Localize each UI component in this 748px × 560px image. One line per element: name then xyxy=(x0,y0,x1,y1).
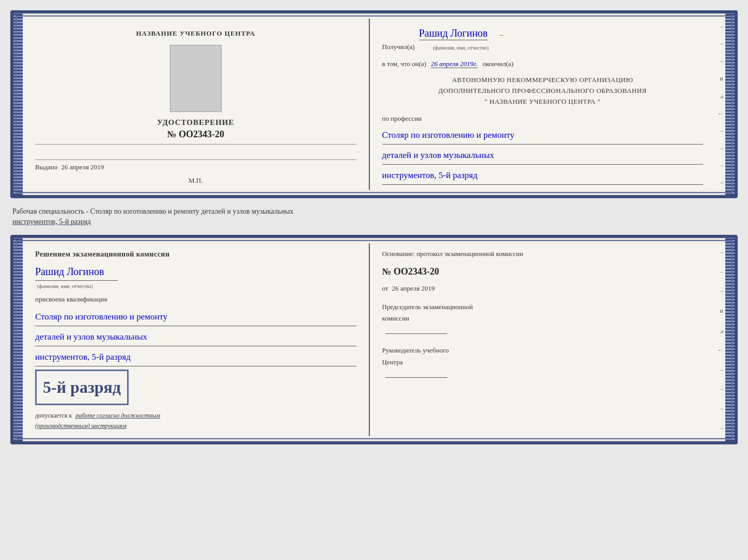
bottom-left-strip xyxy=(13,238,23,441)
center-head-label: Руководитель учебного Центра xyxy=(382,345,704,367)
recipient-line: Получил(а) Рашид Логинов – (фамилия, имя… xyxy=(382,24,704,53)
allowed-italic2: (производственным) инструкциям xyxy=(35,422,127,429)
profession-line3: инструментов, 5-й разряд xyxy=(382,167,704,185)
bottom-right-strip xyxy=(725,238,735,441)
org-line1: АВТОНОМНУЮ НЕКОММЕРЧЕСКУЮ ОРГАНИЗАЦИЮ xyxy=(382,75,704,86)
center-head-signature-line xyxy=(385,377,447,378)
bottom-cert-left-panel: Решением экзаменационной комиссии Рашид … xyxy=(23,238,369,441)
recipient-name-block: Рашид Логинов – (фамилия, имя, отчество) xyxy=(419,24,503,53)
allowed-text1: допускается к xyxy=(35,412,72,419)
specialty-main-text: Рабочая специальность - Столяр по изгото… xyxy=(12,207,293,215)
bot-profession-line1: Столяр по изготовлению и ремонту xyxy=(35,308,356,326)
allowed-block: допускается к работе согласно должностны… xyxy=(35,410,356,431)
profession-line1: Столяр по изготовлению и ремонту xyxy=(382,126,704,145)
bot-profession-line3: инструментов, 5-й разряд xyxy=(35,348,356,366)
bot-profession-line2: деталей и узлов музыкальных xyxy=(35,328,356,346)
org-line2: ДОПОЛНИТЕЛЬНОГО ПРОФЕССИОНАЛЬНОГО ОБРАЗО… xyxy=(382,86,704,97)
fio-label-top: (фамилия, имя, отчество) xyxy=(419,43,503,53)
date-line: в том, что он(а) 26 апреля 2019г. окончи… xyxy=(382,58,704,70)
chairman-signature-line xyxy=(385,333,447,334)
mp-line: М.П. xyxy=(189,177,202,185)
bottom-certificate: Решением экзаменационной комиссии Рашид … xyxy=(10,235,738,444)
chairman-label: Председатель экзаменационной комиссии xyxy=(382,301,704,324)
top-certificate: НАЗВАНИЕ УЧЕБНОГО ЦЕНТРА УДОСТОВЕРЕНИЕ №… xyxy=(10,10,738,198)
left-decorative-strip xyxy=(13,13,23,195)
fio-label-bot: (фамилия, имя, отчество) xyxy=(37,282,356,291)
date-handwritten: 26 апреля 2019г. xyxy=(431,60,477,68)
specialty-text-block: Рабочая специальность - Столяр по изгото… xyxy=(10,202,738,231)
issued-date: 26 апреля 2019 xyxy=(61,163,104,171)
org-line3: " НАЗВАНИЕ УЧЕБНОГО ЦЕНТРА " xyxy=(382,97,704,107)
protocol-number: № OO2343-20 xyxy=(382,264,704,280)
page-wrapper: НАЗВАНИЕ УЧЕБНОГО ЦЕНТРА УДОСТОВЕРЕНИЕ №… xyxy=(10,10,738,444)
issued-label: Выдано xyxy=(35,163,57,171)
from-date-block: от 26 апреля 2019 xyxy=(382,283,704,294)
protocol-title: Основание: протокол экзаменационной коми… xyxy=(382,248,704,260)
person-name-block-bot: Рашид Логинов (фамилия, имя, отчество) xyxy=(35,263,356,291)
recipient-label: Получил(а) xyxy=(382,41,415,53)
specialty-underlined-text: инструментов, 5-й разряд xyxy=(12,218,91,226)
school-name-top: НАЗВАНИЕ УЧЕБНОГО ЦЕНТРА xyxy=(136,29,255,38)
date-suffix: окончил(а) xyxy=(482,60,513,68)
photo-placeholder xyxy=(170,45,222,112)
right-decorative-strip xyxy=(725,13,735,195)
chairman-block: Председатель экзаменационной комиссии xyxy=(382,301,704,338)
profession-line2: деталей и узлов музыкальных xyxy=(382,147,704,165)
person-name-bot: Рашид Логинов xyxy=(35,263,118,281)
top-cert-left-panel: НАЗВАНИЕ УЧЕБНОГО ЦЕНТРА УДОСТОВЕРЕНИЕ №… xyxy=(23,13,369,195)
org-block: АВТОНОМНУЮ НЕКОММЕРЧЕСКУЮ ОРГАНИЗАЦИЮ ДО… xyxy=(382,75,704,107)
assigned-label: присвоена квалификация xyxy=(35,294,356,305)
center-head-block: Руководитель учебного Центра xyxy=(382,345,704,381)
issued-line: Выдано 26 апреля 2019 xyxy=(35,159,356,171)
right-edge-dashes: – – – и ,а ← – – – – xyxy=(715,13,725,195)
grade-number: 5-й разряд xyxy=(43,378,121,396)
grade-box: 5-й разряд xyxy=(35,370,129,405)
cert-number-top: № OO2343-20 xyxy=(157,129,235,140)
recipient-name: Рашид Логинов xyxy=(419,27,488,40)
top-cert-right-panel: Получил(а) Рашид Логинов – (фамилия, имя… xyxy=(370,13,716,195)
profession-label: по профессии xyxy=(382,113,704,124)
udostoverenie-block: УДОСТОВЕРЕНИЕ № OO2343-20 xyxy=(157,118,235,140)
udostoverenie-title: УДОСТОВЕРЕНИЕ xyxy=(157,118,235,127)
from-date-value: 26 апреля 2019 xyxy=(392,284,435,292)
bottom-cert-right-panel: Основание: протокол экзаменационной коми… xyxy=(370,238,716,441)
allowed-italic: работе согласно должностным xyxy=(75,412,160,419)
bottom-right-edge-dashes: – – – и ,а ← – – – – xyxy=(715,238,725,441)
from-label: от xyxy=(382,284,388,292)
commission-decision: Решением экзаменационной комиссии xyxy=(35,248,356,261)
date-prefix: в том, что он(а) xyxy=(382,60,427,68)
